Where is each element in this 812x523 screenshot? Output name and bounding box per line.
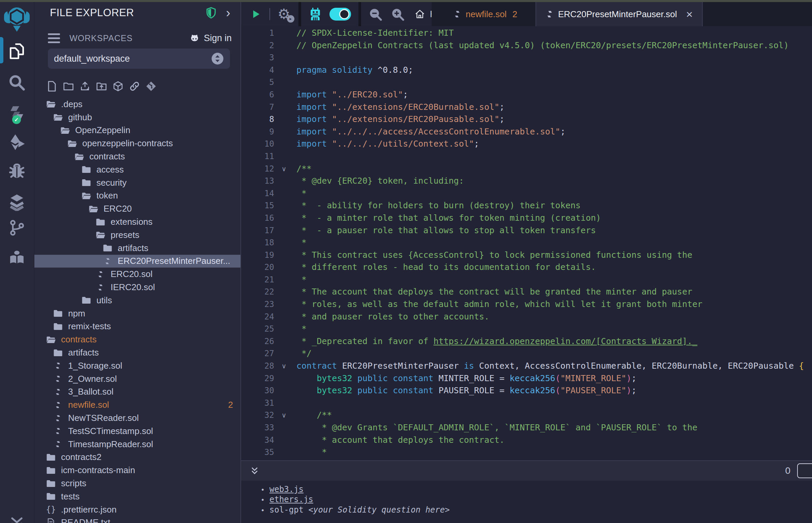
folder-icon <box>103 244 113 252</box>
import-box-icon[interactable] <box>113 80 123 92</box>
folder-open-icon <box>53 113 63 122</box>
solidity-compiler-icon[interactable]: ✓ <box>0 103 34 122</box>
copilot-robot-icon[interactable] <box>308 7 323 22</box>
new-folder-icon[interactable] <box>63 80 74 92</box>
tree-item-npm[interactable]: npm <box>34 307 241 320</box>
remix-logo[interactable] <box>0 5 34 33</box>
copilot-toggle[interactable] <box>330 8 351 21</box>
terminal-link[interactable]: ethers.js <box>269 495 313 504</box>
git-clone-icon[interactable] <box>146 80 157 92</box>
tree-item-erc20presetminterpauser-[interactable]: ERC20PresetMinterPauser... <box>34 255 241 268</box>
tree-item-presets[interactable]: presets <box>34 229 241 241</box>
tree-item-2-owner-sol[interactable]: 2_Owner.sol <box>34 372 241 385</box>
code-text: contract ERC20PresetMinterPauser is Cont… <box>296 360 804 372</box>
tree-item-openzeppelin-contracts[interactable]: openzeppelin-contracts <box>34 137 241 150</box>
debugger-icon[interactable] <box>0 162 34 180</box>
learneth-icon[interactable] <box>0 248 34 267</box>
fold-chevron-icon[interactable]: ∨ <box>274 409 294 421</box>
tree-item-testsctimestamp-sol[interactable]: TestSCTimestamp.sol <box>34 425 241 438</box>
run-script-icon[interactable] <box>250 8 261 20</box>
tree-item-artifacts[interactable]: artifacts <box>34 241 241 255</box>
tree-item-newfile-sol[interactable]: newfile.sol2 <box>34 398 241 412</box>
collapse-panel-chevron-icon[interactable]: › <box>226 8 230 18</box>
line-number: 13 <box>241 175 274 187</box>
tree-item-access[interactable]: access <box>34 163 241 176</box>
tab-label: newfile.sol <box>466 9 507 20</box>
fold-chevron-icon[interactable]: ∨ <box>274 360 294 372</box>
code-line-24: 24 * and pauser roles to other accounts. <box>241 311 812 323</box>
search-icon[interactable] <box>0 73 34 92</box>
tree-item-tests[interactable]: tests <box>34 490 241 503</box>
tree-item-label: ERC20 <box>104 203 132 214</box>
tree-item-security[interactable]: security <box>34 176 241 190</box>
tree-item--prettierrc-json[interactable]: {}.prettierrc.json <box>34 503 241 516</box>
tree-item-utils[interactable]: utils <box>34 294 241 307</box>
terminal-output: •web3.js•ethers.js•sol-gpt <your Solidit… <box>241 481 812 523</box>
upload-folder-icon[interactable] <box>96 80 107 92</box>
tree-item-token[interactable]: token <box>34 190 241 202</box>
tree-item-erc20-sol[interactable]: ERC20.sol <box>34 268 241 281</box>
shield-icon[interactable] <box>206 7 216 19</box>
git-icon[interactable] <box>0 219 34 237</box>
terminal-link[interactable]: web3.js <box>269 485 303 494</box>
file-actions-toolbar <box>47 80 157 92</box>
line-number: 3 <box>241 52 274 64</box>
tree-item-ierc20-sol[interactable]: IERC20.sol <box>34 281 241 294</box>
tree-item-contracts2[interactable]: contracts2 <box>34 451 241 464</box>
tree-item-contracts[interactable]: contracts <box>34 333 241 346</box>
code-editor[interactable]: 1// SPDX-License-Identifier: MIT2// Open… <box>241 26 812 461</box>
tree-item-extensions[interactable]: extensions <box>34 215 241 229</box>
tree-item-contracts[interactable]: contracts <box>34 150 241 163</box>
tree-item-readme-txt[interactable]: README.txt <box>34 516 241 523</box>
tree-item-artifacts[interactable]: artifacts <box>34 346 241 359</box>
file-explorer-icon[interactable] <box>0 42 34 61</box>
text-file-icon <box>47 518 55 523</box>
new-file-icon[interactable] <box>47 80 57 92</box>
unit-testing-icon[interactable] <box>0 192 34 211</box>
tree-item-newtsreader-sol[interactable]: NewTSReader.sol <box>34 412 241 425</box>
upload-file-icon[interactable] <box>80 80 90 92</box>
deploy-run-icon[interactable] <box>0 133 34 152</box>
tree-item-erc20[interactable]: ERC20 <box>34 202 241 215</box>
tree-item-label: TimestampReader.sol <box>68 439 153 450</box>
terminal-search-input[interactable] <box>797 463 812 478</box>
close-tab-icon[interactable]: × <box>686 9 693 19</box>
fold-gutter <box>274 446 294 458</box>
code-text: import "../extensions/ERC20Pausable.sol"… <box>296 113 505 126</box>
line-number: 30 <box>241 384 274 397</box>
settings-icon[interactable] <box>0 516 34 523</box>
tree-item-label: artifacts <box>118 243 148 253</box>
tree-item-openzeppelin[interactable]: OpenZeppelin <box>34 124 241 137</box>
tree-item-github[interactable]: github <box>34 111 241 124</box>
zoom-out-icon[interactable] <box>369 7 382 21</box>
tree-item-3-ballot-sol[interactable]: 3_Ballot.sol <box>34 385 241 399</box>
zoom-in-icon[interactable] <box>391 7 404 21</box>
tree-item-label: OpenZeppelin <box>75 125 130 136</box>
github-sign-in-button[interactable]: Sign in <box>189 33 232 43</box>
tree-item-label: security <box>96 178 127 188</box>
tree-item-timestampreader-sol[interactable]: TimestampReader.sol <box>34 438 241 451</box>
workspaces-menu-icon[interactable] <box>48 33 60 43</box>
link-icon[interactable] <box>129 80 140 92</box>
tab-newfile[interactable]: newfile.sol 2 <box>444 2 527 26</box>
line-number: 16 <box>241 212 274 224</box>
tree-item-icm-contracts-main[interactable]: icm-contracts-main <box>34 464 241 477</box>
fold-chevron-icon[interactable]: ∨ <box>274 163 294 175</box>
tree-item-remix-tests[interactable]: remix-tests <box>34 320 241 333</box>
expand-terminal-icon[interactable] <box>250 466 259 476</box>
code-line-34: 34 * account that deploys the contract. <box>241 434 812 447</box>
workspace-select[interactable]: default_workspace <box>48 49 230 69</box>
run-setup-gear-icon[interactable]: ⚙ ▸ <box>278 7 290 21</box>
tab-erc20presetminterpauser[interactable]: ERC20PresetMinterPauser.sol × <box>535 2 703 26</box>
tree-item--deps[interactable]: .deps <box>34 98 241 111</box>
tree-item-label: ERC20PresetMinterPauser... <box>118 256 230 266</box>
solidity-file-icon <box>546 10 554 19</box>
terminal-header[interactable]: 0 <box>241 461 812 481</box>
tree-item-label: artifacts <box>68 347 99 358</box>
tree-item-1-storage-sol[interactable]: 1_Storage.sol <box>34 359 241 372</box>
fold-gutter <box>274 126 294 138</box>
tree-item-scripts[interactable]: scripts <box>34 477 241 490</box>
line-number: 19 <box>241 249 274 262</box>
line-number: 7 <box>241 101 274 113</box>
tree-item-label: .prettierrc.json <box>61 504 117 515</box>
